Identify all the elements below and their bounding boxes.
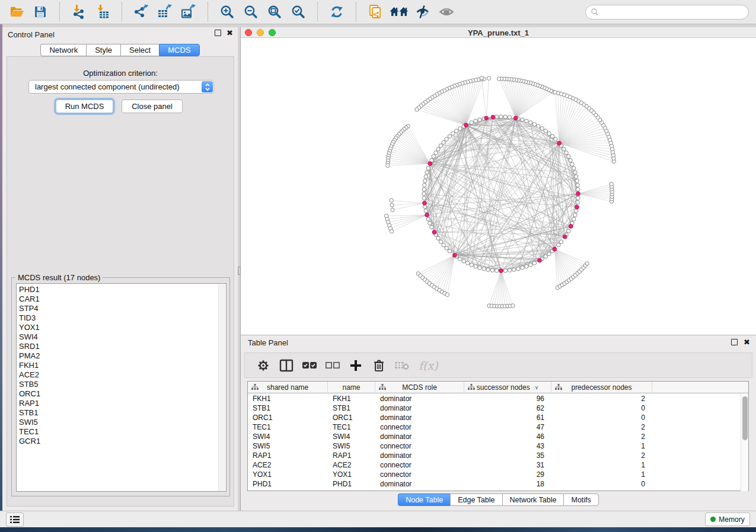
table-row[interactable]: TEC1TEC1connector472 [248, 422, 748, 432]
share-session-icon[interactable] [363, 1, 387, 23]
delete-table-icon[interactable] [394, 357, 410, 374]
show-details-icon[interactable] [435, 1, 458, 23]
float-table-panel-icon[interactable] [731, 339, 738, 345]
mcds-result-item[interactable]: PHD1 [19, 285, 226, 294]
mcds-result-item[interactable]: ORC1 [19, 389, 226, 399]
tab-network-table[interactable]: Network Table [502, 493, 564, 506]
mcds-list-scrollbar[interactable] [218, 284, 225, 492]
memory-label: Memory [719, 515, 744, 524]
mcds-result-item[interactable]: SWI5 [19, 418, 226, 427]
zoom-fit-icon[interactable] [263, 1, 286, 23]
node-table-scrollbar[interactable] [741, 394, 748, 491]
table-row[interactable]: YOX1YOX1connector291 [248, 470, 748, 479]
delete-column-icon[interactable] [371, 357, 387, 374]
tab-mcds[interactable]: MCDS [159, 44, 199, 56]
node-table-header: shared namenameMCDS rolesuccessor nodes∨… [248, 382, 748, 393]
column-header-MCDS-role[interactable]: MCDS role [375, 382, 464, 393]
mcds-result-item[interactable]: SWI4 [19, 332, 226, 342]
cell-MCDS-role: connector [375, 441, 464, 451]
cell-predecessor-nodes: 2 [551, 432, 652, 441]
open-file-icon[interactable] [5, 1, 28, 23]
mcds-result-item[interactable]: GCR1 [19, 437, 226, 446]
mcds-result-item[interactable]: YOX1 [19, 323, 226, 332]
tab-edge-table[interactable]: Edge Table [450, 493, 502, 506]
add-column-icon[interactable] [348, 357, 363, 374]
table-row[interactable]: ACE2ACE2connector311 [248, 460, 748, 470]
memory-button[interactable]: Memory [705, 512, 750, 526]
search-input[interactable] [599, 6, 748, 18]
mcds-result-item[interactable]: STP4 [19, 304, 226, 313]
network-analyzer-icon[interactable] [387, 1, 411, 23]
table-row[interactable]: FKH1FKH1dominator962 [248, 394, 748, 403]
mcds-result-item[interactable]: STB1 [19, 408, 226, 418]
mcds-result-item[interactable]: RAP1 [19, 399, 226, 408]
column-label: predecessor nodes [571, 383, 631, 392]
table-row[interactable]: SWI5SWI5connector431 [248, 441, 748, 451]
export-table-icon[interactable] [153, 1, 177, 23]
tab-network[interactable]: Network [40, 44, 86, 56]
select-spinner-icon [202, 81, 213, 92]
split-columns-icon[interactable] [279, 357, 294, 374]
select-all-icon[interactable] [302, 357, 317, 374]
mcds-result-item[interactable]: CAR1 [19, 294, 226, 304]
cell-successor-nodes: 62 [464, 403, 551, 413]
settings-icon[interactable] [256, 357, 271, 374]
main-toolbar [0, 0, 756, 24]
column-header-predecessor-nodes[interactable]: predecessor nodes [551, 382, 652, 393]
run-mcds-button[interactable]: Run MCDS [56, 100, 113, 113]
optimization-criterion-select[interactable]: largest connected component (undirected) [28, 80, 214, 94]
table-row[interactable]: STB1STB1dominator620 [248, 403, 748, 413]
cell-name: YOX1 [328, 470, 375, 479]
table-panel-title: Table Panel [248, 338, 288, 347]
mcds-result-item[interactable]: FKH1 [19, 361, 226, 370]
table-row[interactable]: ORC1ORC1dominator610 [248, 413, 748, 422]
hide-details-icon[interactable] [411, 1, 435, 23]
save-session-icon[interactable] [28, 1, 52, 23]
export-image-icon[interactable] [177, 1, 200, 23]
zoom-out-icon[interactable] [239, 1, 263, 23]
mcds-result-item[interactable]: TEC1 [19, 427, 226, 437]
mcds-result-item[interactable]: SRD1 [19, 342, 226, 351]
attribute-type-icon [555, 384, 562, 392]
column-header-successor-nodes[interactable]: successor nodes∨ [464, 382, 551, 393]
zoom-in-icon[interactable] [215, 1, 239, 23]
cell-shared-name: SWI4 [248, 432, 328, 441]
network-window-titlebar[interactable]: YPA_prune.txt_1 [241, 27, 756, 38]
close-panel-button[interactable]: Close panel [122, 100, 183, 113]
table-row[interactable]: PHD1PHD1dominator180 [248, 479, 748, 489]
import-network-icon[interactable] [67, 1, 91, 23]
table-toolbar: f(x) [244, 352, 752, 378]
network-graph[interactable] [241, 39, 756, 335]
import-table-icon[interactable] [91, 1, 114, 23]
close-table-panel-icon[interactable]: ✖ [744, 339, 750, 345]
cell-MCDS-role: dominator [375, 451, 464, 460]
mcds-result-list[interactable]: PHD1CAR1STP4TID3YOX1SWI4SRD1PMA2FKH1ACE2… [16, 283, 227, 492]
cell-successor-nodes: 35 [464, 451, 551, 460]
float-panel-icon[interactable] [215, 30, 221, 36]
table-row[interactable]: RAP1RAP1dominator352 [248, 451, 748, 460]
column-header-name[interactable]: name [328, 382, 375, 393]
status-bar: Memory [0, 511, 756, 527]
scrollbar-thumb[interactable] [742, 396, 748, 440]
cell-successor-nodes: 43 [464, 441, 551, 451]
tab-motifs[interactable]: Motifs [563, 493, 598, 506]
deselect-all-icon[interactable] [325, 357, 340, 374]
search-box[interactable] [585, 5, 749, 20]
mcds-result-item[interactable]: ACE2 [19, 370, 226, 380]
tab-node-table[interactable]: Node Table [398, 493, 450, 506]
tab-style[interactable]: Style [86, 44, 120, 56]
close-panel-icon[interactable]: ✖ [227, 30, 233, 36]
refresh-icon[interactable] [325, 1, 349, 23]
export-network-icon[interactable] [129, 1, 153, 23]
toolbar-separator [208, 2, 208, 21]
mcds-result-item[interactable]: TID3 [19, 313, 226, 323]
table-row[interactable]: SWI4SWI4dominator462 [248, 432, 748, 441]
zoom-selected-icon[interactable] [286, 1, 310, 23]
tab-select[interactable]: Select [120, 44, 159, 56]
mcds-result-item[interactable]: PMA2 [19, 351, 226, 361]
column-header-shared-name[interactable]: shared name [248, 382, 328, 393]
mcds-result-item[interactable]: STB5 [19, 380, 226, 389]
status-menu-button[interactable] [6, 512, 24, 527]
cell-predecessor-nodes: 0 [551, 413, 652, 422]
node-table[interactable]: shared namenameMCDS rolesuccessor nodes∨… [247, 381, 749, 491]
